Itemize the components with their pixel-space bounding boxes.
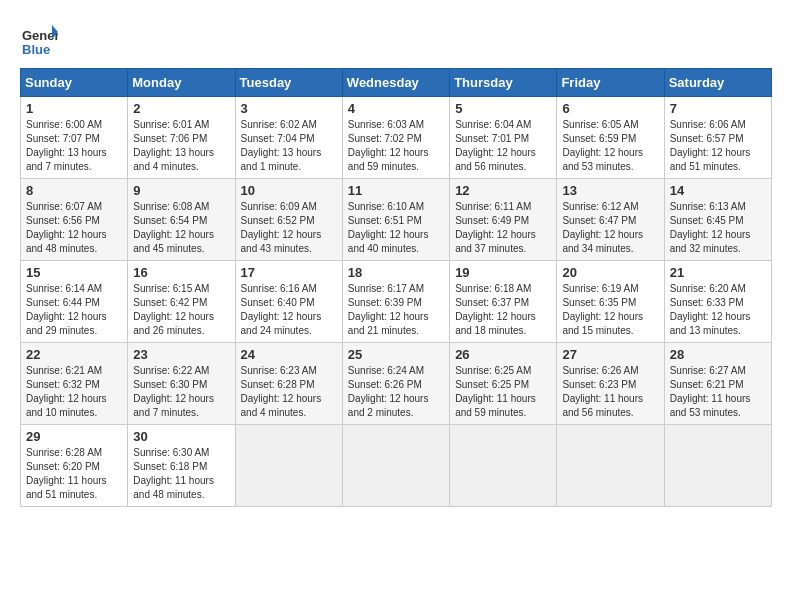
week-row-4: 22Sunrise: 6:21 AM Sunset: 6:32 PM Dayli… (21, 343, 772, 425)
day-info: Sunrise: 6:22 AM Sunset: 6:30 PM Dayligh… (133, 364, 229, 420)
col-header-sunday: Sunday (21, 69, 128, 97)
day-info: Sunrise: 6:12 AM Sunset: 6:47 PM Dayligh… (562, 200, 658, 256)
day-info: Sunrise: 6:05 AM Sunset: 6:59 PM Dayligh… (562, 118, 658, 174)
day-cell: 26Sunrise: 6:25 AM Sunset: 6:25 PM Dayli… (450, 343, 557, 425)
day-info: Sunrise: 6:17 AM Sunset: 6:39 PM Dayligh… (348, 282, 444, 338)
day-number: 7 (670, 101, 766, 116)
day-cell (450, 425, 557, 507)
day-number: 6 (562, 101, 658, 116)
day-info: Sunrise: 6:04 AM Sunset: 7:01 PM Dayligh… (455, 118, 551, 174)
day-cell: 17Sunrise: 6:16 AM Sunset: 6:40 PM Dayli… (235, 261, 342, 343)
day-info: Sunrise: 6:15 AM Sunset: 6:42 PM Dayligh… (133, 282, 229, 338)
day-info: Sunrise: 6:24 AM Sunset: 6:26 PM Dayligh… (348, 364, 444, 420)
day-cell: 5Sunrise: 6:04 AM Sunset: 7:01 PM Daylig… (450, 97, 557, 179)
col-header-wednesday: Wednesday (342, 69, 449, 97)
day-cell: 1Sunrise: 6:00 AM Sunset: 7:07 PM Daylig… (21, 97, 128, 179)
day-cell: 28Sunrise: 6:27 AM Sunset: 6:21 PM Dayli… (664, 343, 771, 425)
day-number: 13 (562, 183, 658, 198)
day-number: 25 (348, 347, 444, 362)
day-number: 4 (348, 101, 444, 116)
day-cell: 30Sunrise: 6:30 AM Sunset: 6:18 PM Dayli… (128, 425, 235, 507)
day-cell: 15Sunrise: 6:14 AM Sunset: 6:44 PM Dayli… (21, 261, 128, 343)
day-cell: 13Sunrise: 6:12 AM Sunset: 6:47 PM Dayli… (557, 179, 664, 261)
day-number: 9 (133, 183, 229, 198)
day-number: 5 (455, 101, 551, 116)
day-info: Sunrise: 6:16 AM Sunset: 6:40 PM Dayligh… (241, 282, 337, 338)
day-info: Sunrise: 6:13 AM Sunset: 6:45 PM Dayligh… (670, 200, 766, 256)
day-number: 28 (670, 347, 766, 362)
day-number: 16 (133, 265, 229, 280)
day-cell: 14Sunrise: 6:13 AM Sunset: 6:45 PM Dayli… (664, 179, 771, 261)
day-cell: 22Sunrise: 6:21 AM Sunset: 6:32 PM Dayli… (21, 343, 128, 425)
day-number: 19 (455, 265, 551, 280)
day-cell: 8Sunrise: 6:07 AM Sunset: 6:56 PM Daylig… (21, 179, 128, 261)
day-info: Sunrise: 6:14 AM Sunset: 6:44 PM Dayligh… (26, 282, 122, 338)
day-cell: 29Sunrise: 6:28 AM Sunset: 6:20 PM Dayli… (21, 425, 128, 507)
week-row-1: 1Sunrise: 6:00 AM Sunset: 7:07 PM Daylig… (21, 97, 772, 179)
day-info: Sunrise: 6:20 AM Sunset: 6:33 PM Dayligh… (670, 282, 766, 338)
day-cell (342, 425, 449, 507)
day-info: Sunrise: 6:00 AM Sunset: 7:07 PM Dayligh… (26, 118, 122, 174)
day-cell: 3Sunrise: 6:02 AM Sunset: 7:04 PM Daylig… (235, 97, 342, 179)
day-cell: 19Sunrise: 6:18 AM Sunset: 6:37 PM Dayli… (450, 261, 557, 343)
day-cell: 2Sunrise: 6:01 AM Sunset: 7:06 PM Daylig… (128, 97, 235, 179)
day-number: 2 (133, 101, 229, 116)
day-info: Sunrise: 6:23 AM Sunset: 6:28 PM Dayligh… (241, 364, 337, 420)
day-number: 27 (562, 347, 658, 362)
day-cell: 12Sunrise: 6:11 AM Sunset: 6:49 PM Dayli… (450, 179, 557, 261)
col-header-thursday: Thursday (450, 69, 557, 97)
day-number: 10 (241, 183, 337, 198)
week-row-2: 8Sunrise: 6:07 AM Sunset: 6:56 PM Daylig… (21, 179, 772, 261)
day-info: Sunrise: 6:08 AM Sunset: 6:54 PM Dayligh… (133, 200, 229, 256)
day-number: 12 (455, 183, 551, 198)
day-number: 14 (670, 183, 766, 198)
day-cell: 16Sunrise: 6:15 AM Sunset: 6:42 PM Dayli… (128, 261, 235, 343)
day-number: 23 (133, 347, 229, 362)
logo-icon: General Blue (20, 20, 58, 58)
day-number: 24 (241, 347, 337, 362)
day-number: 17 (241, 265, 337, 280)
page-header: General Blue (20, 20, 772, 58)
day-number: 8 (26, 183, 122, 198)
day-cell (235, 425, 342, 507)
day-cell (557, 425, 664, 507)
logo: General Blue (20, 20, 64, 58)
day-number: 18 (348, 265, 444, 280)
day-info: Sunrise: 6:03 AM Sunset: 7:02 PM Dayligh… (348, 118, 444, 174)
day-info: Sunrise: 6:26 AM Sunset: 6:23 PM Dayligh… (562, 364, 658, 420)
day-info: Sunrise: 6:11 AM Sunset: 6:49 PM Dayligh… (455, 200, 551, 256)
calendar-table: SundayMondayTuesdayWednesdayThursdayFrid… (20, 68, 772, 507)
day-info: Sunrise: 6:25 AM Sunset: 6:25 PM Dayligh… (455, 364, 551, 420)
day-number: 29 (26, 429, 122, 444)
day-cell: 10Sunrise: 6:09 AM Sunset: 6:52 PM Dayli… (235, 179, 342, 261)
week-row-5: 29Sunrise: 6:28 AM Sunset: 6:20 PM Dayli… (21, 425, 772, 507)
day-cell: 11Sunrise: 6:10 AM Sunset: 6:51 PM Dayli… (342, 179, 449, 261)
day-number: 21 (670, 265, 766, 280)
day-cell: 4Sunrise: 6:03 AM Sunset: 7:02 PM Daylig… (342, 97, 449, 179)
day-info: Sunrise: 6:18 AM Sunset: 6:37 PM Dayligh… (455, 282, 551, 338)
day-info: Sunrise: 6:19 AM Sunset: 6:35 PM Dayligh… (562, 282, 658, 338)
day-number: 30 (133, 429, 229, 444)
day-number: 26 (455, 347, 551, 362)
day-cell: 6Sunrise: 6:05 AM Sunset: 6:59 PM Daylig… (557, 97, 664, 179)
day-info: Sunrise: 6:30 AM Sunset: 6:18 PM Dayligh… (133, 446, 229, 502)
day-info: Sunrise: 6:10 AM Sunset: 6:51 PM Dayligh… (348, 200, 444, 256)
day-info: Sunrise: 6:28 AM Sunset: 6:20 PM Dayligh… (26, 446, 122, 502)
day-cell: 20Sunrise: 6:19 AM Sunset: 6:35 PM Dayli… (557, 261, 664, 343)
day-info: Sunrise: 6:06 AM Sunset: 6:57 PM Dayligh… (670, 118, 766, 174)
day-number: 20 (562, 265, 658, 280)
svg-text:Blue: Blue (22, 42, 50, 57)
day-cell: 18Sunrise: 6:17 AM Sunset: 6:39 PM Dayli… (342, 261, 449, 343)
day-cell: 9Sunrise: 6:08 AM Sunset: 6:54 PM Daylig… (128, 179, 235, 261)
day-cell: 21Sunrise: 6:20 AM Sunset: 6:33 PM Dayli… (664, 261, 771, 343)
day-cell (664, 425, 771, 507)
day-info: Sunrise: 6:09 AM Sunset: 6:52 PM Dayligh… (241, 200, 337, 256)
day-info: Sunrise: 6:01 AM Sunset: 7:06 PM Dayligh… (133, 118, 229, 174)
day-info: Sunrise: 6:02 AM Sunset: 7:04 PM Dayligh… (241, 118, 337, 174)
col-header-monday: Monday (128, 69, 235, 97)
day-info: Sunrise: 6:27 AM Sunset: 6:21 PM Dayligh… (670, 364, 766, 420)
day-cell: 7Sunrise: 6:06 AM Sunset: 6:57 PM Daylig… (664, 97, 771, 179)
day-number: 22 (26, 347, 122, 362)
col-header-tuesday: Tuesday (235, 69, 342, 97)
col-header-saturday: Saturday (664, 69, 771, 97)
